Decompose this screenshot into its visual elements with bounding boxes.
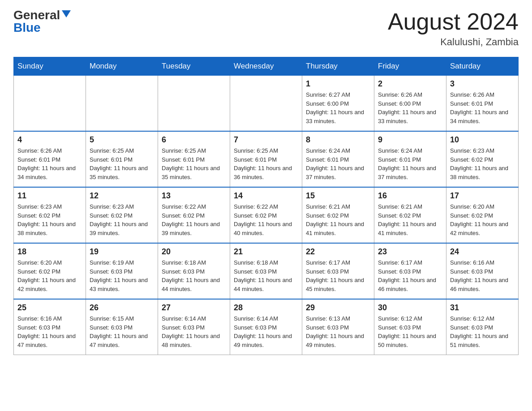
day-number: 8 [306, 135, 370, 145]
day-info: Sunrise: 6:13 AMSunset: 6:03 PMDaylight:… [306, 314, 370, 349]
day-number: 26 [90, 303, 154, 313]
calendar-day-cell [14, 76, 86, 132]
day-info: Sunrise: 6:18 AMSunset: 6:03 PMDaylight:… [162, 258, 226, 293]
calendar-day-cell: 8Sunrise: 6:24 AMSunset: 6:01 PMDaylight… [302, 131, 374, 187]
calendar-day-cell: 17Sunrise: 6:20 AMSunset: 6:02 PMDayligh… [446, 187, 519, 243]
day-info: Sunrise: 6:23 AMSunset: 6:02 PMDaylight:… [90, 202, 154, 237]
calendar-day-cell: 23Sunrise: 6:17 AMSunset: 6:03 PMDayligh… [374, 243, 446, 299]
day-number: 15 [306, 191, 370, 201]
month-title: August 2024 [388, 9, 519, 34]
calendar-day-cell: 19Sunrise: 6:19 AMSunset: 6:03 PMDayligh… [86, 243, 158, 299]
day-info: Sunrise: 6:14 AMSunset: 6:03 PMDaylight:… [162, 314, 226, 349]
day-info: Sunrise: 6:25 AMSunset: 6:01 PMDaylight:… [234, 146, 298, 181]
day-of-week-header: Friday [374, 57, 446, 76]
day-number: 20 [162, 247, 226, 257]
day-of-week-header: Monday [86, 57, 158, 76]
calendar-day-cell: 15Sunrise: 6:21 AMSunset: 6:02 PMDayligh… [302, 187, 374, 243]
calendar-day-cell: 25Sunrise: 6:16 AMSunset: 6:03 PMDayligh… [14, 299, 86, 355]
calendar-day-cell: 2Sunrise: 6:26 AMSunset: 6:00 PMDaylight… [374, 76, 446, 132]
calendar-week-row: 18Sunrise: 6:20 AMSunset: 6:02 PMDayligh… [14, 243, 519, 299]
day-number: 6 [162, 135, 226, 145]
day-number: 21 [234, 247, 298, 257]
day-info: Sunrise: 6:12 AMSunset: 6:03 PMDaylight:… [378, 314, 442, 349]
calendar-day-cell: 27Sunrise: 6:14 AMSunset: 6:03 PMDayligh… [158, 299, 230, 355]
day-info: Sunrise: 6:14 AMSunset: 6:03 PMDaylight:… [234, 314, 298, 349]
day-info: Sunrise: 6:20 AMSunset: 6:02 PMDaylight:… [450, 202, 515, 237]
day-info: Sunrise: 6:24 AMSunset: 6:01 PMDaylight:… [378, 146, 442, 181]
day-info: Sunrise: 6:17 AMSunset: 6:03 PMDaylight:… [306, 258, 370, 293]
location: Kalulushi, Zambia [388, 36, 519, 48]
day-number: 31 [450, 303, 515, 313]
calendar-day-cell: 29Sunrise: 6:13 AMSunset: 6:03 PMDayligh… [302, 299, 374, 355]
day-info: Sunrise: 6:19 AMSunset: 6:03 PMDaylight:… [90, 258, 154, 293]
day-number: 18 [17, 247, 82, 257]
calendar-day-cell: 13Sunrise: 6:22 AMSunset: 6:02 PMDayligh… [158, 187, 230, 243]
calendar-day-cell: 28Sunrise: 6:14 AMSunset: 6:03 PMDayligh… [230, 299, 302, 355]
day-info: Sunrise: 6:21 AMSunset: 6:02 PMDaylight:… [306, 202, 370, 237]
calendar-day-cell: 12Sunrise: 6:23 AMSunset: 6:02 PMDayligh… [86, 187, 158, 243]
day-number: 28 [234, 303, 298, 313]
day-info: Sunrise: 6:23 AMSunset: 6:02 PMDaylight:… [17, 202, 82, 237]
day-info: Sunrise: 6:17 AMSunset: 6:03 PMDaylight:… [378, 258, 442, 293]
calendar-week-row: 25Sunrise: 6:16 AMSunset: 6:03 PMDayligh… [14, 299, 519, 355]
calendar-day-cell: 14Sunrise: 6:22 AMSunset: 6:02 PMDayligh… [230, 187, 302, 243]
calendar-day-cell: 16Sunrise: 6:21 AMSunset: 6:02 PMDayligh… [374, 187, 446, 243]
day-info: Sunrise: 6:26 AMSunset: 6:00 PMDaylight:… [378, 90, 442, 125]
day-info: Sunrise: 6:22 AMSunset: 6:02 PMDaylight:… [234, 202, 298, 237]
calendar-day-cell: 20Sunrise: 6:18 AMSunset: 6:03 PMDayligh… [158, 243, 230, 299]
day-info: Sunrise: 6:25 AMSunset: 6:01 PMDaylight:… [162, 146, 226, 181]
logo: General Blue [13, 9, 71, 34]
day-info: Sunrise: 6:24 AMSunset: 6:01 PMDaylight:… [306, 146, 370, 181]
day-number: 11 [17, 191, 82, 201]
day-info: Sunrise: 6:12 AMSunset: 6:03 PMDaylight:… [450, 314, 515, 349]
day-info: Sunrise: 6:22 AMSunset: 6:02 PMDaylight:… [162, 202, 226, 237]
day-number: 16 [378, 191, 442, 201]
calendar-week-row: 11Sunrise: 6:23 AMSunset: 6:02 PMDayligh… [14, 187, 519, 243]
day-of-week-header: Sunday [14, 57, 86, 76]
day-info: Sunrise: 6:20 AMSunset: 6:02 PMDaylight:… [17, 258, 82, 293]
day-number: 4 [17, 135, 82, 145]
day-of-week-header: Thursday [302, 57, 374, 76]
calendar-table: SundayMondayTuesdayWednesdayThursdayFrid… [13, 57, 519, 355]
calendar-day-cell: 22Sunrise: 6:17 AMSunset: 6:03 PMDayligh… [302, 243, 374, 299]
day-of-week-header: Wednesday [230, 57, 302, 76]
calendar-day-cell: 1Sunrise: 6:27 AMSunset: 6:00 PMDaylight… [302, 76, 374, 132]
calendar-day-cell: 6Sunrise: 6:25 AMSunset: 6:01 PMDaylight… [158, 131, 230, 187]
day-number: 5 [90, 135, 154, 145]
day-number: 9 [378, 135, 442, 145]
calendar-day-cell: 21Sunrise: 6:18 AMSunset: 6:03 PMDayligh… [230, 243, 302, 299]
day-number: 19 [90, 247, 154, 257]
calendar-day-cell: 9Sunrise: 6:24 AMSunset: 6:01 PMDaylight… [374, 131, 446, 187]
logo-blue-text: Blue [13, 21, 41, 34]
calendar-day-cell: 30Sunrise: 6:12 AMSunset: 6:03 PMDayligh… [374, 299, 446, 355]
day-number: 30 [378, 303, 442, 313]
day-number: 7 [234, 135, 298, 145]
title-section: August 2024 Kalulushi, Zambia [388, 9, 519, 48]
calendar-day-cell: 31Sunrise: 6:12 AMSunset: 6:03 PMDayligh… [446, 299, 519, 355]
calendar-week-row: 1Sunrise: 6:27 AMSunset: 6:00 PMDaylight… [14, 76, 519, 132]
calendar-day-cell: 7Sunrise: 6:25 AMSunset: 6:01 PMDaylight… [230, 131, 302, 187]
day-info: Sunrise: 6:16 AMSunset: 6:03 PMDaylight:… [17, 314, 82, 349]
day-info: Sunrise: 6:25 AMSunset: 6:01 PMDaylight:… [90, 146, 154, 181]
day-info: Sunrise: 6:26 AMSunset: 6:01 PMDaylight:… [17, 146, 82, 181]
day-number: 25 [17, 303, 82, 313]
day-number: 17 [450, 191, 515, 201]
calendar-header-row: SundayMondayTuesdayWednesdayThursdayFrid… [14, 57, 519, 76]
calendar-day-cell: 5Sunrise: 6:25 AMSunset: 6:01 PMDaylight… [86, 131, 158, 187]
day-info: Sunrise: 6:15 AMSunset: 6:03 PMDaylight:… [90, 314, 154, 349]
day-number: 13 [162, 191, 226, 201]
day-number: 10 [450, 135, 515, 145]
day-info: Sunrise: 6:16 AMSunset: 6:03 PMDaylight:… [450, 258, 515, 293]
calendar-week-row: 4Sunrise: 6:26 AMSunset: 6:01 PMDaylight… [14, 131, 519, 187]
calendar-day-cell [230, 76, 302, 132]
day-number: 23 [378, 247, 442, 257]
day-number: 14 [234, 191, 298, 201]
logo-general-text: General [13, 9, 60, 21]
day-info: Sunrise: 6:23 AMSunset: 6:02 PMDaylight:… [450, 146, 515, 181]
day-number: 22 [306, 247, 370, 257]
calendar-day-cell [158, 76, 230, 132]
day-info: Sunrise: 6:26 AMSunset: 6:01 PMDaylight:… [450, 90, 515, 125]
day-of-week-header: Saturday [446, 57, 519, 76]
day-number: 12 [90, 191, 154, 201]
day-number: 1 [306, 79, 370, 89]
